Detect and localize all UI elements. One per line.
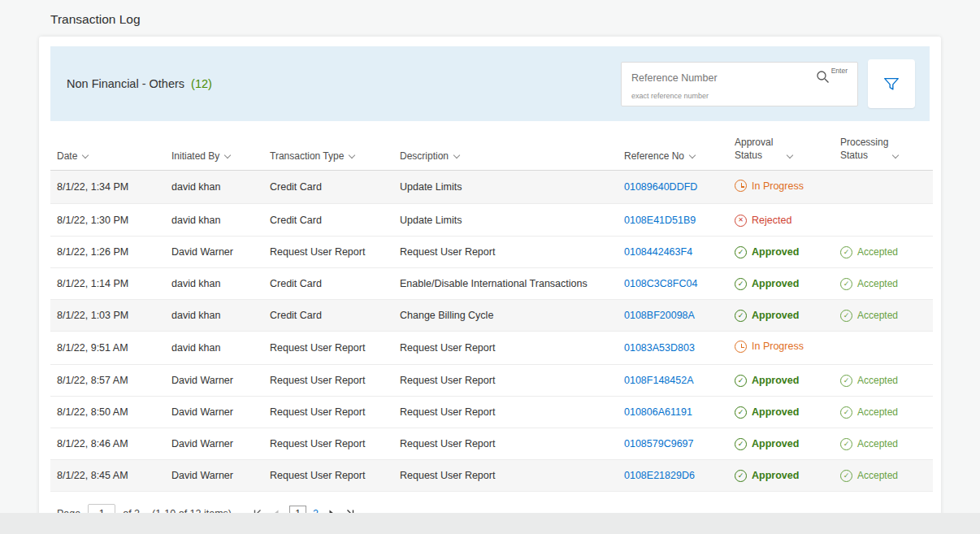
cell-initiated-by: david khan <box>165 331 263 364</box>
cell-initiated-by: David Warner <box>165 364 263 396</box>
cell-transaction-type: Request User Report <box>263 236 393 267</box>
cell-description: Request User Report <box>393 364 618 396</box>
cell-date: 8/1/22, 1:14 PM <box>50 267 165 299</box>
chevron-down-icon <box>349 152 355 158</box>
column-header-approval-status[interactable]: Approval Status <box>728 123 834 171</box>
reference-link[interactable]: 0108579C9697 <box>624 438 694 449</box>
chevron-down-icon <box>787 152 793 158</box>
cell-initiated-by: david khan <box>165 171 263 204</box>
reference-link[interactable]: 0108C3C8FC04 <box>624 278 697 289</box>
column-header-description[interactable]: Description <box>393 123 618 171</box>
reference-link[interactable]: 0108E41D51B9 <box>624 215 696 226</box>
cell-initiated-by: david khan <box>165 267 263 299</box>
chevron-down-icon <box>892 152 899 158</box>
reference-search-panel: Enter exact reference number <box>621 62 858 106</box>
search-icon[interactable] <box>816 70 830 84</box>
reference-link[interactable]: 0108442463F4 <box>624 246 692 258</box>
table-row: 8/1/22, 1:26 PM David Warner Request Use… <box>50 236 933 267</box>
panel-heading-text: Non Financial - Others <box>67 77 184 90</box>
processing-status: Accepted <box>840 470 898 482</box>
approval-status: Approved <box>735 375 799 387</box>
cell-initiated-by: David Warner <box>165 236 263 267</box>
cell-transaction-type: Request User Report <box>263 331 393 364</box>
table-row: 8/1/22, 8:46 AM David Warner Request Use… <box>50 428 933 459</box>
processing-status: Accepted <box>840 310 898 322</box>
approval-status: Approved <box>735 246 799 258</box>
table-row: 8/1/22, 8:50 AM David Warner Request Use… <box>50 396 933 428</box>
cell-date: 8/1/22, 1:03 PM <box>50 299 165 331</box>
chevron-down-icon <box>224 152 231 158</box>
status-icon <box>735 375 747 387</box>
cell-description: Change Billing Cycle <box>393 299 618 331</box>
reference-link[interactable]: 01083A53D803 <box>624 342 695 354</box>
status-icon <box>735 278 747 290</box>
approval-status: Approved <box>735 438 799 450</box>
cell-description: Request User Report <box>393 331 618 364</box>
cell-transaction-type: Request User Report <box>263 364 393 396</box>
table-row: 8/1/22, 8:57 AM David Warner Request Use… <box>50 364 933 396</box>
status-icon <box>840 278 852 290</box>
cell-date: 8/1/22, 8:46 AM <box>50 428 165 459</box>
cell-description: Request User Report <box>393 396 618 428</box>
approval-status: In Progress <box>735 341 804 353</box>
filter-button[interactable] <box>868 59 915 108</box>
cell-date: 8/1/22, 8:50 AM <box>50 396 165 428</box>
cell-initiated-by: David Warner <box>165 428 263 459</box>
reference-link[interactable]: 0108F148452A <box>624 375 694 386</box>
status-icon <box>735 470 747 482</box>
column-header-transaction-type[interactable]: Transaction Type <box>263 123 393 171</box>
cell-initiated-by: David Warner <box>165 396 263 428</box>
cell-description: Update Limits <box>393 171 618 204</box>
processing-status: Accepted <box>840 406 898 419</box>
status-icon <box>735 215 747 227</box>
approval-status: Approved <box>735 310 799 322</box>
table-row: 8/1/22, 1:34 PM david khan Credit Card U… <box>50 171 933 204</box>
page-title: Transaction Log <box>0 0 980 35</box>
table-header-row: Date Initiated By Transaction Type Descr… <box>50 123 933 171</box>
table-row: 8/1/22, 8:45 AM David Warner Request Use… <box>50 459 933 491</box>
reference-link[interactable]: 0108BF20098A <box>624 310 695 321</box>
enter-hint: Enter <box>831 67 848 75</box>
reference-link[interactable]: 010806A61191 <box>624 406 692 418</box>
chevron-down-icon <box>453 152 460 158</box>
table-row: 8/1/22, 1:03 PM david khan Credit Card C… <box>50 299 933 331</box>
approval-status: Approved <box>735 406 799 419</box>
status-icon <box>735 246 747 258</box>
filter-funnel-icon <box>882 75 900 93</box>
column-header-reference-no[interactable]: Reference No <box>618 123 728 171</box>
status-icon <box>735 310 747 322</box>
approval-status: Rejected <box>735 215 791 227</box>
panel-count: (12) <box>191 77 212 90</box>
status-icon <box>840 310 852 322</box>
column-header-initiated-by[interactable]: Initiated By <box>165 123 263 171</box>
cell-date: 8/1/22, 8:57 AM <box>50 364 165 396</box>
panel-heading: Non Financial - Others (12) <box>67 77 212 90</box>
column-header-processing-status[interactable]: Processing Status <box>834 123 933 171</box>
status-icon <box>840 406 852 419</box>
cell-transaction-type: Credit Card <box>263 171 393 204</box>
column-header-date[interactable]: Date <box>50 123 165 171</box>
cell-transaction-type: Request User Report <box>263 459 393 491</box>
cell-initiated-by: david khan <box>165 299 263 331</box>
processing-status: Accepted <box>840 375 898 387</box>
processing-status: Accepted <box>840 278 898 290</box>
status-icon <box>840 375 852 387</box>
cell-initiated-by: David Warner <box>165 459 263 491</box>
table-row: 8/1/22, 1:30 PM david khan Credit Card U… <box>50 204 933 237</box>
status-icon <box>840 246 852 258</box>
cell-date: 8/1/22, 9:51 AM <box>50 331 165 364</box>
reference-number-input[interactable] <box>631 70 816 84</box>
approval-status: Approved <box>735 470 799 482</box>
status-icon <box>840 438 852 450</box>
cell-initiated-by: david khan <box>165 204 263 237</box>
approval-status: Approved <box>735 278 799 290</box>
panel-header: Non Financial - Others (12) Enter exact … <box>50 46 930 121</box>
reference-link[interactable]: 0108E21829D6 <box>624 470 695 481</box>
cell-date: 8/1/22, 8:45 AM <box>50 459 165 491</box>
transaction-table: Date Initiated By Transaction Type Descr… <box>50 123 933 492</box>
chevron-down-icon <box>689 152 696 158</box>
processing-status: Accepted <box>840 246 898 258</box>
reference-link[interactable]: 01089640DDFD <box>624 181 697 193</box>
cell-description: Request User Report <box>393 236 618 267</box>
cell-transaction-type: Credit Card <box>263 267 393 299</box>
